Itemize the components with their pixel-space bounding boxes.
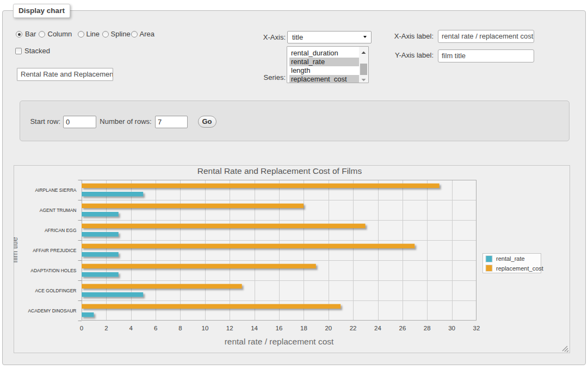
svg-text:ACE GOLDFINGER: ACE GOLDFINGER — [35, 288, 76, 293]
svg-text:AIRPLANE SIERRA: AIRPLANE SIERRA — [35, 187, 76, 193]
svg-text:26: 26 — [399, 325, 406, 331]
svg-text:0: 0 — [80, 325, 83, 331]
svg-text:22: 22 — [350, 325, 357, 331]
svg-text:6: 6 — [154, 325, 157, 331]
svg-text:ADAPTATION HOLES: ADAPTATION HOLES — [30, 268, 77, 273]
svg-text:2: 2 — [104, 325, 108, 331]
svg-text:AFFAIR PREJUDICE: AFFAIR PREJUDICE — [33, 248, 77, 253]
svg-text:32: 32 — [473, 325, 480, 331]
svg-text:replacement_cost: replacement_cost — [496, 265, 543, 272]
svg-text:rental rate / replacement cost: rental rate / replacement cost — [225, 337, 334, 346]
svg-text:4: 4 — [129, 325, 133, 331]
svg-text:rental_rate: rental_rate — [496, 255, 525, 262]
svg-text:AGENT TRUMAN: AGENT TRUMAN — [40, 208, 77, 213]
svg-text:Rental Rate and Replacement Co: Rental Rate and Replacement Cost of Film… — [197, 166, 362, 175]
svg-text:20: 20 — [325, 325, 332, 331]
svg-text:ACADEMY DINOSAUR: ACADEMY DINOSAUR — [28, 308, 76, 313]
svg-text:film title: film title — [14, 237, 19, 263]
svg-text:28: 28 — [424, 325, 431, 331]
svg-text:12: 12 — [226, 325, 233, 331]
svg-text:18: 18 — [300, 325, 307, 331]
svg-text:8: 8 — [178, 325, 182, 331]
svg-text:24: 24 — [374, 325, 381, 331]
svg-text:16: 16 — [276, 325, 283, 331]
svg-text:14: 14 — [251, 325, 258, 331]
svg-text:AFRICAN EGG: AFRICAN EGG — [45, 228, 77, 233]
svg-text:30: 30 — [448, 325, 455, 331]
svg-text:10: 10 — [202, 325, 209, 331]
